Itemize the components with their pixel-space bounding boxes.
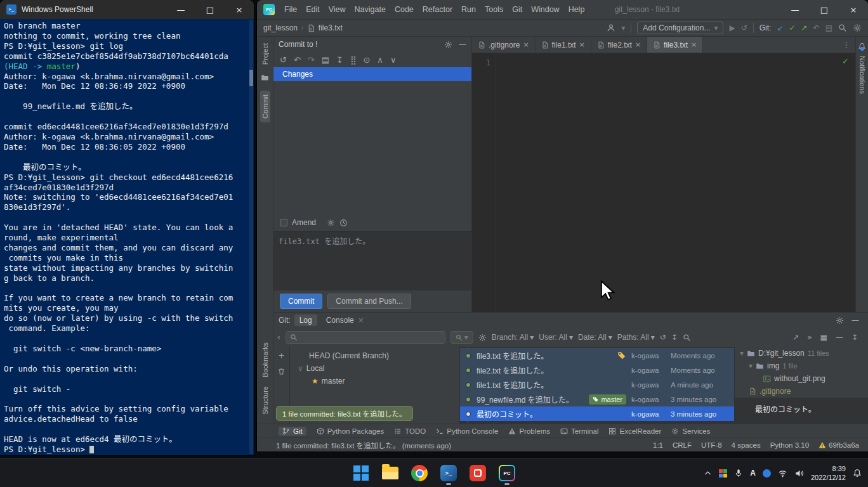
git-push-icon[interactable]: ↗ xyxy=(801,24,808,32)
folder-icon[interactable] xyxy=(261,74,269,82)
menu-refactor[interactable]: Refactor xyxy=(418,0,457,19)
search-icon[interactable] xyxy=(838,23,847,32)
tray-app-icon[interactable] xyxy=(719,469,727,477)
preview-icon[interactable]: ⊙ xyxy=(363,56,370,64)
details-gitignore-row[interactable]: .gitignore xyxy=(735,385,868,398)
toolwindow-excelreader[interactable]: ExcelReader xyxy=(608,427,661,435)
menu-window[interactable]: Window xyxy=(527,0,563,19)
menu-run[interactable]: Run xyxy=(457,0,480,19)
tab-options-icon[interactable]: ⋮ xyxy=(838,37,855,53)
hide-panel-icon[interactable]: — xyxy=(852,316,859,324)
toolwindow-terminal[interactable]: Terminal xyxy=(560,427,598,435)
minimize-panel-icon[interactable]: — xyxy=(836,334,843,341)
terminal-output[interactable]: On branch master nothing to commit, work… xyxy=(0,19,254,455)
toolwindow-problems[interactable]: Problems xyxy=(508,427,550,435)
menu-tools[interactable]: Tools xyxy=(480,0,508,19)
run-button[interactable]: ▶ xyxy=(729,24,735,32)
minimize-button[interactable]: — xyxy=(780,0,810,19)
git-shelve-icon[interactable]: ▤ xyxy=(825,24,832,32)
expander-icon[interactable]: ▾ xyxy=(740,349,744,357)
more-tabs-icon[interactable]: » xyxy=(807,334,812,341)
amend-checkbox[interactable] xyxy=(280,219,287,226)
filter-gear-icon[interactable] xyxy=(478,334,487,342)
details-image-file-row[interactable]: without_git.png xyxy=(735,372,868,385)
changes-node[interactable]: Changes xyxy=(273,67,471,81)
settings-gear-icon[interactable] xyxy=(853,23,862,32)
ime-indicator[interactable]: A xyxy=(750,469,756,477)
tray-blue-app-icon[interactable] xyxy=(763,469,771,477)
tab-log[interactable]: Log xyxy=(294,315,317,326)
commit-message-input[interactable]: file3.txt を追加した。 xyxy=(273,231,471,290)
user-icon[interactable] xyxy=(607,23,615,32)
redo-icon[interactable]: ↷ xyxy=(308,56,315,64)
close-tab-icon[interactable]: × xyxy=(358,316,364,324)
branch-master-node[interactable]: ★ master xyxy=(290,375,459,387)
sidebar-tab-bookmarks[interactable]: Bookmarks xyxy=(261,342,269,377)
toolwindow-git[interactable]: Git xyxy=(279,427,306,436)
sidebar-tab-structure[interactable]: Structure xyxy=(261,386,269,415)
ide-window[interactable]: PC File Edit View Navigate Code Refactor… xyxy=(257,0,868,451)
interpreter[interactable]: Python 3.10 xyxy=(770,441,809,449)
inspections-ok-icon[interactable]: ✓ xyxy=(842,57,849,65)
gear-icon[interactable] xyxy=(444,41,452,49)
close-tab-icon[interactable]: × xyxy=(691,41,697,48)
start-button[interactable] xyxy=(348,460,374,486)
navigate-icon[interactable]: ↗ xyxy=(792,334,799,341)
sidebar-tab-notifications[interactable]: Notifications xyxy=(858,56,866,94)
editor-pane[interactable]: 1 ✓ xyxy=(472,53,855,312)
git-commit-icon[interactable]: ✓ xyxy=(789,24,795,32)
rollback-icon[interactable]: ↶ xyxy=(294,56,301,64)
file-encoding[interactable]: UTF-8 xyxy=(701,441,722,449)
close-tab-icon[interactable]: × xyxy=(635,41,641,48)
sidebar-tab-project[interactable]: Project xyxy=(261,43,269,65)
commit-row-selected[interactable]: 最初のコミット。 k-ogawa 3 minutes ago xyxy=(460,406,734,421)
menu-edit[interactable]: Edit xyxy=(301,0,324,19)
date-filter[interactable]: Date: All ▾ xyxy=(578,333,612,342)
file-explorer-icon[interactable] xyxy=(378,460,403,486)
commit-history-clock-icon[interactable] xyxy=(339,219,348,227)
commit-row[interactable]: file3.txt を追加した。 k-ogawa Moments ago xyxy=(460,348,734,363)
go-to-hash-search-icon[interactable] xyxy=(683,334,691,342)
toolwindow-python-console[interactable]: Python Console xyxy=(436,427,498,435)
close-tab-icon[interactable]: × xyxy=(579,41,585,48)
menu-code[interactable]: Code xyxy=(390,0,418,19)
changelist-icon[interactable]: ▤ xyxy=(322,56,329,64)
trash-icon[interactable] xyxy=(277,367,286,375)
line-separator[interactable]: CRLF xyxy=(673,441,692,449)
maximize-button[interactable]: □ xyxy=(810,0,839,19)
expand-all-icon[interactable]: ∧ xyxy=(377,56,383,64)
expander-icon[interactable]: ∨ xyxy=(298,365,303,372)
collapse-all-icon[interactable]: ∨ xyxy=(390,56,397,64)
back-icon[interactable]: ‹ xyxy=(277,334,280,341)
notification-center-icon[interactable] xyxy=(853,469,862,477)
details-img-row[interactable]: ▾ img 1 file xyxy=(735,360,868,372)
hide-panel-icon[interactable]: — xyxy=(459,41,466,48)
maximize-button[interactable]: □ xyxy=(195,0,225,19)
powershell-titlebar[interactable]: >_ Windows PowerShell — □ × xyxy=(0,0,254,19)
commit-row[interactable]: file2.txt を追加した。 k-ogawa Moments ago xyxy=(460,363,734,377)
menu-git[interactable]: Git xyxy=(508,0,527,19)
resize-icon[interactable]: ↕ xyxy=(852,334,858,341)
pycharm-taskbar-icon[interactable]: PC xyxy=(494,460,520,486)
branch-head-node[interactable]: HEAD (Current Branch) xyxy=(290,349,459,362)
tray-chevron-up-icon[interactable] xyxy=(704,469,712,477)
chrome-icon[interactable] xyxy=(407,460,432,486)
details-root-row[interactable]: ▾ D:¥git_lesson 11 files xyxy=(735,347,868,360)
tab-gitignore[interactable]: .gitignore × xyxy=(472,37,536,53)
tab-file1[interactable]: file1.txt × xyxy=(536,37,591,53)
paths-filter[interactable]: Paths: All ▾ xyxy=(617,333,655,342)
scrollbar-thumb[interactable] xyxy=(249,70,253,86)
git-rollback-icon[interactable]: ↶ xyxy=(813,24,820,32)
tab-file2[interactable]: file2.txt × xyxy=(591,37,647,53)
chevron-down-icon[interactable]: ▾ xyxy=(621,24,625,32)
commit-and-push-button[interactable]: Commit and Push... xyxy=(327,294,411,309)
sort-icon[interactable]: ↕ xyxy=(671,334,678,341)
scrollbar[interactable] xyxy=(249,20,253,454)
log-search-input[interactable] xyxy=(286,331,445,344)
tab-console[interactable]: Console × xyxy=(321,315,369,326)
breadcrumb-project[interactable]: git_lesson xyxy=(263,23,298,32)
volume-icon[interactable] xyxy=(794,469,804,478)
branch-filter[interactable]: Branch: All ▾ xyxy=(492,333,534,342)
branch-badge-master[interactable]: master xyxy=(589,394,626,405)
shelf-icon[interactable]: ↧ xyxy=(336,56,343,64)
